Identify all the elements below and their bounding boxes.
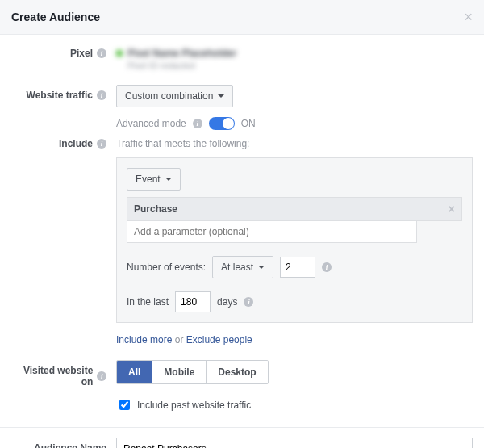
advanced-mode-toggle[interactable] [209,117,235,130]
status-dot-icon [116,50,123,57]
info-icon[interactable] [193,119,202,128]
device-all-button[interactable]: All [117,361,152,383]
info-icon[interactable] [97,371,106,381]
info-icon[interactable] [97,48,106,58]
num-events-comparator-select[interactable]: At least [212,256,273,278]
days-label: days [217,296,237,308]
event-type-select[interactable]: Event [127,168,181,191]
info-icon[interactable] [97,139,106,149]
device-desktop-button[interactable]: Desktop [207,361,267,383]
website-traffic-select[interactable]: Custom combination [116,85,233,107]
parameter-input[interactable] [127,221,417,243]
pixel-name: Pixel Name Placeholder [116,48,473,59]
audience-name-input[interactable] [116,438,473,448]
in-last-days-input[interactable] [175,291,211,312]
include-label: Include [59,138,93,149]
audience-name-label: Audience Name [34,442,106,448]
website-traffic-label: Website traffic [27,90,93,101]
toggle-on-label: ON [241,118,256,129]
advanced-mode-label: Advanced mode [116,118,186,129]
device-segment-group: All Mobile Desktop [116,360,269,384]
chevron-down-icon [165,178,172,181]
pixel-label: Pixel [70,48,93,59]
info-icon[interactable] [97,90,106,100]
event-tag: Purchase × [127,197,462,221]
include-heading: Traffic that meets the following: [116,138,473,149]
pixel-subtext: Pixel ID redacted [127,61,473,70]
chevron-down-icon [218,94,224,98]
include-past-traffic-checkbox[interactable] [119,400,130,410]
exclude-people-link[interactable]: Exclude people [186,334,252,345]
chevron-down-icon [258,266,265,269]
device-mobile-button[interactable]: Mobile [152,361,207,383]
include-more-link[interactable]: Include more [116,334,172,345]
info-icon[interactable] [244,297,253,307]
close-icon[interactable]: × [464,10,473,24]
visited-on-label: Visited website on [11,365,93,387]
include-past-traffic-label: Include past website traffic [137,400,251,411]
info-icon[interactable] [322,262,332,272]
include-rule-box: Event Purchase × Number of events: At le… [116,157,473,323]
num-events-label: Number of events: [127,262,206,273]
remove-event-icon[interactable]: × [449,203,455,216]
modal-title: Create Audience [11,10,100,23]
include-exclude-links: Include more or Exclude people [116,334,473,345]
num-events-value-input[interactable] [280,257,315,278]
in-last-label: In the last [127,296,169,308]
